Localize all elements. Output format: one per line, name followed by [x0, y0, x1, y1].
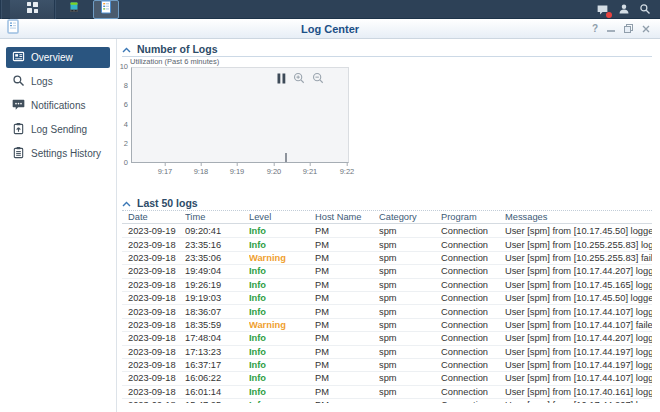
table-row[interactable]: 2023-09-18 15:47:25 Info PM spm Connecti…	[122, 399, 652, 403]
table-row[interactable]: 2023-09-18 18:36:07 Info PM spm Connecti…	[122, 305, 652, 318]
cell-time: 16:01:14	[185, 387, 249, 397]
cell-program: Connection	[441, 240, 505, 250]
zoom-in-icon[interactable]	[293, 72, 305, 84]
table-row[interactable]: 2023-09-18 23:35:06 Warning PM spm Conne…	[122, 252, 652, 265]
column-header-category[interactable]: Category	[379, 212, 441, 222]
x-tick-label: 9:21	[303, 167, 318, 176]
table-row[interactable]: 2023-09-18 19:19:03 Info PM spm Connecti…	[122, 292, 652, 305]
cell-program: Connection	[441, 293, 505, 303]
chart-bar	[285, 153, 287, 162]
column-header-time[interactable]: Time	[185, 212, 249, 222]
cell-level: Info	[249, 347, 315, 357]
taskbar-app-storage[interactable]	[61, 0, 87, 19]
close-icon[interactable]	[642, 25, 650, 33]
column-header-host-name[interactable]: Host Name	[315, 212, 379, 222]
log-table-body: 2023-09-19 09:20:41 Info PM spm Connecti…	[122, 225, 652, 403]
cell-host-name: PM	[315, 333, 379, 343]
sidebar-item-log-sending[interactable]: Log Sending	[6, 119, 110, 140]
notifications-icon[interactable]	[596, 3, 609, 16]
maximize-icon[interactable]	[624, 24, 633, 33]
cell-date: 2023-09-19	[128, 226, 185, 236]
user-icon[interactable]	[618, 3, 630, 15]
zoom-out-icon[interactable]	[312, 72, 324, 84]
table-row[interactable]: 2023-09-18 23:35:16 Info PM spm Connecti…	[122, 238, 652, 251]
overview-icon	[12, 50, 25, 65]
cell-host-name: PM	[315, 280, 379, 290]
table-row[interactable]: 2023-09-18 16:37:17 Info PM spm Connecti…	[122, 359, 652, 372]
table-row[interactable]: 2023-09-19 09:20:41 Info PM spm Connecti…	[122, 225, 652, 238]
x-tick-label: 9:17	[158, 167, 173, 176]
cell-host-name: PM	[315, 400, 379, 403]
cell-time: 17:13:23	[185, 347, 249, 357]
table-row[interactable]: 2023-09-18 16:01:14 Info PM spm Connecti…	[122, 386, 652, 399]
cell-level: Info	[249, 360, 315, 370]
cell-time: 23:35:06	[185, 253, 249, 263]
cell-date: 2023-09-18	[128, 293, 185, 303]
column-header-level[interactable]: Level	[249, 212, 315, 222]
x-tick-label: 9:22	[340, 167, 355, 176]
search-icon	[12, 74, 25, 89]
cell-time: 15:47:25	[185, 400, 249, 403]
cell-messages: User [spm] from [10.17.45.50] logged in …	[505, 293, 652, 303]
cell-date: 2023-09-18	[128, 307, 185, 317]
table-row[interactable]: 2023-09-18 19:26:19 Info PM spm Connecti…	[122, 279, 652, 292]
cell-date: 2023-09-18	[128, 240, 185, 250]
section-title: Last 50 logs	[137, 197, 198, 209]
cell-time: 18:36:07	[185, 307, 249, 317]
sidebar-item-overview[interactable]: Overview	[6, 47, 110, 68]
cell-date: 2023-09-18	[128, 347, 185, 357]
cell-messages: User [spm] from [10.17.44.107] failed to…	[505, 320, 652, 330]
cell-category: spm	[379, 333, 441, 343]
storage-app-icon	[67, 0, 81, 18]
taskbar	[0, 0, 660, 19]
cell-date: 2023-09-18	[128, 400, 185, 403]
chart-subtitle: Utilization (Past 6 minutes)	[130, 57, 219, 66]
y-tick-label: 10	[117, 63, 128, 71]
sidebar-item-logs[interactable]: Logs	[6, 71, 110, 92]
cell-host-name: PM	[315, 253, 379, 263]
chevron-up-icon	[122, 43, 131, 55]
cell-category: spm	[379, 387, 441, 397]
cell-date: 2023-09-18	[128, 360, 185, 370]
cell-messages: User [spm] from [10.17.44.197] logged in…	[505, 347, 652, 357]
cell-time: 19:26:19	[185, 280, 249, 290]
table-row[interactable]: 2023-09-18 17:48:04 Info PM spm Connecti…	[122, 332, 652, 345]
section-number-of-logs[interactable]: Number of Logs	[122, 42, 652, 57]
table-row[interactable]: 2023-09-18 17:13:23 Info PM spm Connecti…	[122, 346, 652, 359]
cell-date: 2023-09-18	[128, 373, 185, 383]
cell-program: Connection	[441, 333, 505, 343]
cell-messages: User [spm] from [10.17.44.207] logged in…	[505, 400, 652, 403]
table-row[interactable]: 2023-09-18 18:35:59 Warning PM spm Conne…	[122, 319, 652, 332]
column-header-date[interactable]: Date	[128, 212, 185, 222]
sidebar-item-label: Notifications	[31, 100, 85, 111]
column-header-messages[interactable]: Messages	[505, 212, 652, 222]
table-row[interactable]: 2023-09-18 16:06:22 Info PM spm Connecti…	[122, 372, 652, 385]
sidebar-item-label: Logs	[31, 76, 53, 87]
x-tick-label: 9:20	[267, 167, 282, 176]
cell-level: Info	[249, 333, 315, 343]
cell-program: Connection	[441, 307, 505, 317]
search-icon[interactable]	[639, 3, 651, 15]
chart-controls	[277, 72, 324, 84]
cell-category: spm	[379, 400, 441, 403]
notification-badge	[606, 12, 612, 18]
sidebar-item-notifications[interactable]: Notifications	[6, 95, 110, 116]
cell-program: Connection	[441, 400, 505, 403]
taskbar-app-log-center[interactable]	[93, 0, 119, 19]
table-row[interactable]: 2023-09-18 19:49:04 Info PM spm Connecti…	[122, 265, 652, 278]
cell-messages: User [spm] from [10.17.45.50] logged in …	[505, 226, 652, 236]
cell-messages: User [spm] from [10.17.44.207] logged in…	[505, 266, 652, 276]
cell-host-name: PM	[315, 373, 379, 383]
pause-icon[interactable]	[277, 73, 286, 84]
main-menu-button[interactable]	[10, 0, 54, 19]
sidebar-item-settings-history[interactable]: Settings History	[6, 143, 110, 164]
cell-category: spm	[379, 266, 441, 276]
cell-category: spm	[379, 307, 441, 317]
minimize-icon[interactable]	[607, 25, 615, 33]
cell-program: Connection	[441, 266, 505, 276]
cell-time: 23:35:16	[185, 240, 249, 250]
column-header-program[interactable]: Program	[441, 212, 505, 222]
section-last-50-logs[interactable]: Last 50 logs	[122, 196, 652, 211]
speech-bubble-icon	[12, 98, 25, 113]
help-icon[interactable]: ?	[592, 24, 598, 34]
